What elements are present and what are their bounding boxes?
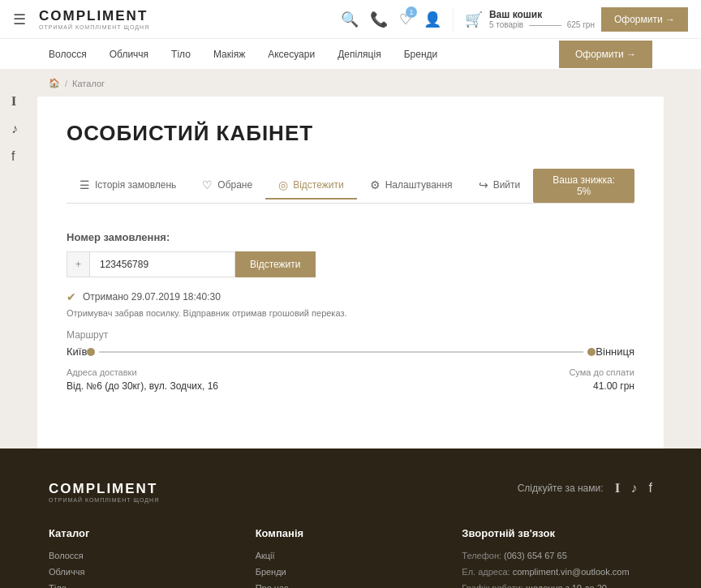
tab-track[interactable]: ◎ Відстежити	[265, 172, 357, 200]
breadcrumb-home[interactable]: 🏠	[49, 78, 60, 88]
top-bar: ☰ COMPLIMENT ОТРИМАЙ КОМПЛІМЕНТ ЩОДНЯ 🔍 …	[0, 0, 701, 39]
breadcrumb-current: Каталог	[72, 79, 105, 88]
checkout-button[interactable]: Оформити →	[601, 7, 688, 32]
status-description: Отримувач забрав посилку. Відправник отр…	[67, 308, 634, 318]
cart-price: 625 грн	[567, 20, 595, 29]
page-title: ОСОБИСТИЙ КАБІНЕТ	[67, 121, 634, 146]
address-value: Від. №6 (до 30кг), вул. Зодчих, 16	[67, 380, 350, 392]
nav-item-tilo[interactable]: Тіло	[171, 41, 191, 68]
phone-icon[interactable]: 📞	[370, 11, 388, 28]
route-dot-left	[87, 348, 95, 356]
nav-checkout-button[interactable]: Оформити →	[559, 41, 652, 68]
breadcrumb-separator: /	[65, 79, 67, 88]
nav-item-makiazh[interactable]: Макіяж	[213, 41, 245, 68]
footer-company-brendy[interactable]: Бренди	[256, 567, 446, 577]
status-date: Отримано 29.07.2019 18:40:30	[83, 291, 221, 303]
tab-settings-label: Налаштування	[385, 179, 453, 191]
footer-social: Слідкуйте за нами: 𝐈 ♪ f	[518, 481, 652, 496]
footer-facebook-icon[interactable]: f	[649, 481, 652, 496]
sum-label: Сума до сплати	[350, 367, 634, 377]
cart-area: 🛒 Ваш кошик 5 товарів ———— 625 грн Оформ…	[453, 7, 688, 32]
tab-track-label: Відстежити	[293, 179, 344, 191]
facebook-icon[interactable]: f	[11, 149, 18, 164]
footer: COMPLIMENT ОТРИМАЙ КОМПЛІМЕНТ ЩОДНЯ Слід…	[0, 449, 701, 588]
breadcrumb: 🏠 / Каталог	[0, 70, 701, 97]
footer-columns: Каталог Волосся Обличчя Тіло Макіяж Аксе…	[49, 527, 652, 588]
nav-item-brendy[interactable]: Бренди	[404, 41, 438, 68]
footer-catalog-tilo[interactable]: Тіло	[49, 583, 239, 588]
checkout-nav-label: Оформити →	[575, 49, 636, 60]
route-row: Київ Вінниця	[67, 346, 634, 358]
status-row: ✔ Отримано 29.07.2019 18:40:30	[67, 290, 634, 303]
footer-hours-label: Графік роботи:	[462, 583, 523, 588]
main-content: ОСОБИСТИЙ КАБІНЕТ ☰ Історія замовлень ♡ …	[37, 97, 664, 449]
footer-contact-title: Зворотній зв'язок	[462, 527, 652, 539]
tab-history-label: Історія замовлень	[95, 179, 176, 191]
route-label: Маршрут	[67, 329, 634, 341]
track-input[interactable]	[89, 251, 235, 277]
hamburger-icon[interactable]: ☰	[13, 11, 26, 28]
nav-bar: Волосся Обличчя Тіло Макіяж Аксесуари Де…	[0, 39, 701, 70]
nav-item-depiliatsiia[interactable]: Депіляція	[338, 41, 381, 68]
tab-favorites-label: Обране	[217, 179, 252, 191]
tab-bar: ☰ Історія замовлень ♡ Обране ◎ Відстежит…	[67, 169, 634, 204]
route-dot-right	[587, 348, 596, 356]
discount-button[interactable]: Ваша знижка: 5%	[533, 169, 634, 203]
nav-item-volossia[interactable]: Волосся	[49, 41, 87, 68]
footer-instagram-icon[interactable]: 𝐈	[615, 481, 620, 496]
account-icon[interactable]: 👤	[424, 11, 441, 28]
settings-icon: ⚙	[370, 178, 381, 191]
footer-hours-value: щоденно з 10 до 20	[526, 583, 607, 588]
nav-item-oblychchia[interactable]: Обличчя	[110, 41, 148, 68]
cart-label: Ваш кошик	[489, 9, 595, 20]
footer-catalog-title: Каталог	[49, 527, 239, 539]
footer-phone-label: Телефон:	[462, 551, 501, 560]
footer-top: COMPLIMENT ОТРИМАЙ КОМПЛІМЕНТ ЩОДНЯ Слід…	[49, 481, 652, 503]
route-line	[99, 351, 583, 353]
nav-item-accessories[interactable]: Аксесуари	[268, 41, 315, 68]
tab-settings[interactable]: ⚙ Налаштування	[357, 172, 466, 200]
footer-contact-col: Зворотній зв'язок Телефон: (063) 654 67 …	[462, 527, 652, 588]
route-from: Київ	[67, 346, 87, 358]
footer-catalog-col: Каталог Волосся Обличчя Тіло Макіяж Аксе…	[49, 527, 239, 588]
footer-tiktok-icon[interactable]: ♪	[631, 481, 638, 496]
footer-email-label: Ел. адреса:	[462, 567, 510, 577]
footer-company-about[interactable]: Про нас	[256, 583, 446, 588]
address-label: Адреса доставки	[67, 367, 350, 377]
footer-email: Ел. адреса: compliment.vin@outlook.com	[462, 567, 652, 577]
tab-favorites[interactable]: ♡ Обране	[189, 172, 265, 200]
footer-logo: COMPLIMENT ОТРИМАЙ КОМПЛІМЕНТ ЩОДНЯ	[49, 481, 159, 503]
footer-company-title: Компанія	[256, 527, 446, 539]
footer-company-akcii[interactable]: Акції	[256, 551, 446, 560]
track-prefix: +	[67, 251, 89, 277]
sum-value: 41.00 грн	[350, 380, 634, 392]
status-check-icon: ✔	[67, 290, 76, 303]
footer-catalog-oblychchia[interactable]: Обличчя	[49, 567, 239, 577]
tab-logout[interactable]: ↪ Вийти	[466, 172, 534, 200]
logout-icon: ↪	[479, 178, 488, 191]
history-icon: ☰	[80, 178, 90, 191]
footer-social-label: Слідкуйте за нами:	[518, 483, 604, 494]
instagram-icon[interactable]: 𝐈	[11, 94, 18, 109]
search-icon[interactable]: 🔍	[341, 11, 359, 28]
cart-items: 5 товарів	[489, 20, 523, 29]
footer-phone-value: (063) 654 67 65	[504, 551, 567, 560]
tiktok-icon[interactable]: ♪	[11, 122, 18, 136]
top-bar-right: 🔍 📞 ♡ 1 👤 🛒 Ваш кошик 5 товарів ———— 625…	[341, 7, 688, 32]
track-button[interactable]: Відстежити	[235, 251, 316, 277]
track-icon: ◎	[278, 178, 288, 191]
track-section: Номер замовлення: + Відстежити ✔ Отриман…	[67, 223, 634, 400]
delivery-grid: Адреса доставки Сума до сплати Від. №6 (…	[67, 367, 634, 392]
tab-logout-label: Вийти	[493, 179, 521, 191]
footer-logo-tagline: ОТРИМАЙ КОМПЛІМЕНТ ЩОДНЯ	[49, 497, 159, 503]
left-sidebar: 𝐈 ♪ f	[0, 81, 29, 177]
footer-catalog-volossia[interactable]: Волосся	[49, 551, 239, 560]
tab-history[interactable]: ☰ Історія замовлень	[67, 172, 189, 200]
cart-details: 5 товарів ———— 625 грн	[489, 20, 595, 29]
track-input-row: + Відстежити	[67, 251, 634, 277]
logo-title: COMPLIMENT	[39, 8, 149, 24]
footer-company-col: Компанія Акції Бренди Про нас Новини Дос…	[256, 527, 446, 588]
wishlist-icon[interactable]: ♡ 1	[399, 11, 412, 28]
footer-phone: Телефон: (063) 654 67 65	[462, 551, 652, 560]
cart-icon[interactable]: 🛒	[465, 11, 483, 28]
